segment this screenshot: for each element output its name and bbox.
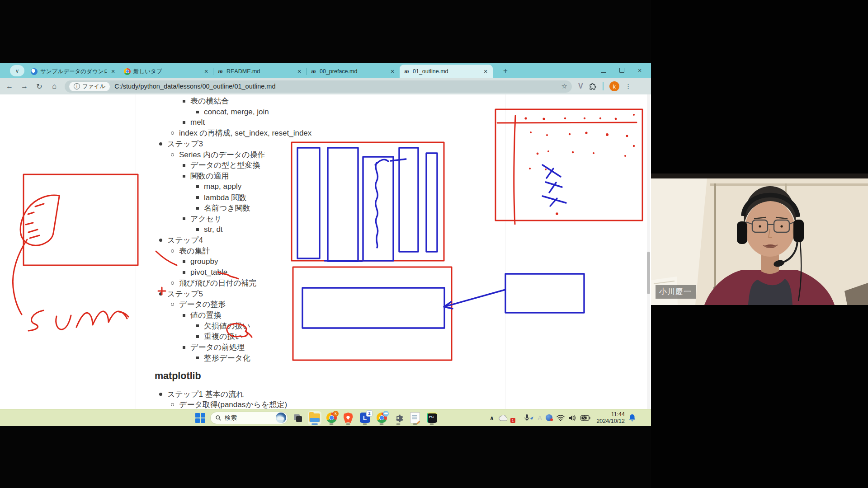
- outline-item-text: データの整形: [179, 299, 226, 310]
- forward-button[interactable]: →: [19, 80, 30, 92]
- tab-close-icon[interactable]: ✕: [389, 68, 396, 75]
- reload-button[interactable]: ↻: [33, 80, 45, 92]
- tab-close-icon[interactable]: ✕: [482, 68, 489, 75]
- nav-button-group: ← → ↻ ⌂: [4, 80, 60, 92]
- notepad-icon: [410, 412, 420, 423]
- extensions-puzzle-icon[interactable]: [589, 83, 597, 90]
- brave-button[interactable]: [341, 411, 355, 425]
- settings-button[interactable]: [392, 411, 405, 425]
- browser-tab[interactable]: サンプルデータのダウンロードからPych✕: [27, 65, 120, 78]
- taskbar-clock[interactable]: 11:44 2024/10/12: [596, 411, 625, 425]
- webcam-video[interactable]: 小川慶一: [651, 174, 868, 305]
- windows-taskbar: 検索 k L 2: [0, 409, 651, 426]
- maximize-button[interactable]: [618, 68, 625, 74]
- outline-item: lambda 関数: [0, 192, 524, 203]
- outline-item: pivot_table: [0, 267, 524, 278]
- outline-item-text: データの前処理: [190, 342, 245, 352]
- list-bullet-icon: [183, 100, 185, 103]
- chrome-button[interactable]: k: [325, 411, 338, 425]
- outline-item-text: 表の集計: [179, 246, 210, 256]
- home-button[interactable]: ⌂: [48, 80, 60, 92]
- outline-item-text: データの型と型変換: [190, 160, 260, 170]
- list-bullet-icon: [171, 282, 174, 285]
- outline-item-text: 整形データ化: [204, 353, 250, 363]
- notification-bell-icon[interactable]: [629, 414, 636, 422]
- list-bullet-icon: [183, 164, 185, 167]
- onedrive-cloud-icon[interactable]: [498, 415, 508, 421]
- outline-item-text: 関数の適用: [190, 171, 229, 181]
- outline-item-text: map, apply: [204, 182, 241, 191]
- markdown-heading: matplotlib: [0, 370, 524, 382]
- browser-menu-icon[interactable]: ⋮: [625, 83, 632, 90]
- list-bullet-icon: [159, 393, 162, 396]
- blue-sphere-app-icon[interactable]: [546, 414, 552, 421]
- tab-close-icon[interactable]: ✕: [109, 68, 117, 75]
- app-grid-icon[interactable]: 1: [512, 414, 520, 422]
- cloud-blue-favicon-icon: [31, 68, 38, 75]
- new-tab-button[interactable]: +: [500, 66, 511, 76]
- outline-item-text: 値の置換: [190, 310, 221, 320]
- outline-item-text: ステップ3: [167, 139, 203, 149]
- webcam-panel: 小川慶一: [651, 0, 868, 488]
- taskbar-dock: 検索 k L 2: [193, 409, 439, 426]
- markdown-favicon-icon: m: [217, 68, 224, 75]
- start-button[interactable]: [193, 411, 207, 425]
- chrome-profile2-button[interactable]: [375, 411, 388, 425]
- volume-icon[interactable]: [569, 415, 576, 421]
- faint-tray-icon[interactable]: A: [538, 414, 542, 421]
- task-view-button[interactable]: [291, 411, 305, 425]
- url-text[interactable]: C:/study/python_data/lessons/00_outline/…: [114, 83, 561, 90]
- line-app-button[interactable]: L 2: [358, 411, 372, 425]
- markdown-favicon-icon: m: [310, 68, 317, 75]
- outline-item-text: melt: [190, 118, 205, 127]
- line-notification-badge: 2: [366, 410, 373, 417]
- minimize-button[interactable]: [600, 68, 607, 74]
- list-bullet-icon: [171, 153, 174, 156]
- outline-item: データの前処理: [0, 342, 524, 353]
- pycharm-icon: PC: [427, 413, 437, 423]
- browser-tab[interactable]: 新しいタブ✕: [120, 65, 213, 78]
- taskbar-search[interactable]: 検索: [210, 412, 288, 424]
- bookmark-star-icon[interactable]: ☆: [561, 82, 567, 90]
- list-bullet-icon: [159, 142, 162, 145]
- back-button[interactable]: ←: [4, 80, 15, 92]
- tab-title: 00_preface.md: [320, 68, 386, 75]
- outline-item-text: データ取得(pandasからを想定): [179, 399, 287, 409]
- wifi-icon[interactable]: [557, 415, 565, 421]
- outline-item: ステップ4: [0, 235, 524, 246]
- browser-tab[interactable]: m01_outline.md✕: [400, 65, 493, 78]
- outline-item: 表の集計: [0, 246, 524, 257]
- list-bullet-icon: [159, 292, 162, 296]
- minimize-icon: [601, 72, 606, 73]
- outline-item: 重複の扱い: [0, 331, 524, 342]
- outline-item-text: Series 内のデータの操作: [179, 150, 265, 160]
- outline-item-text: 欠損値の扱い: [204, 321, 250, 331]
- tab-close-icon[interactable]: ✕: [296, 68, 303, 75]
- notepad-button[interactable]: [408, 411, 422, 425]
- pycharm-button[interactable]: PC: [425, 411, 439, 425]
- scrollbar-thumb[interactable]: [647, 252, 650, 294]
- profile-avatar[interactable]: k: [609, 81, 619, 91]
- tray-chevron-icon[interactable]: ∧: [490, 415, 494, 421]
- separator: [603, 82, 604, 90]
- weather-widget-icon[interactable]: [276, 413, 286, 423]
- outline-item-text: str, dt: [204, 225, 223, 234]
- info-icon[interactable]: [74, 83, 80, 89]
- battery-icon[interactable]: [580, 415, 590, 421]
- close-window-button[interactable]: ✕: [637, 68, 643, 74]
- browser-tab[interactable]: m00_preface.md✕: [307, 65, 400, 78]
- omnibox[interactable]: ファイル C:/study/python_data/lessons/00_out…: [65, 80, 572, 93]
- outline-item: データ取得(pandasからを想定): [0, 399, 524, 409]
- list-bullet-icon: [196, 335, 199, 338]
- search-placeholder: 検索: [225, 414, 273, 422]
- tab-close-icon[interactable]: ✕: [203, 68, 210, 75]
- tab-search-button[interactable]: v: [10, 65, 24, 76]
- search-icon: [215, 415, 222, 421]
- extension-v-icon[interactable]: V: [578, 82, 583, 90]
- list-bullet-icon: [183, 346, 185, 349]
- list-bullet-icon: [171, 403, 174, 406]
- list-bullet-icon: [196, 228, 199, 231]
- microphone-location-icon[interactable]: [524, 414, 534, 422]
- file-explorer-button[interactable]: [308, 411, 321, 425]
- browser-tab[interactable]: mREADME.md✕: [213, 65, 307, 78]
